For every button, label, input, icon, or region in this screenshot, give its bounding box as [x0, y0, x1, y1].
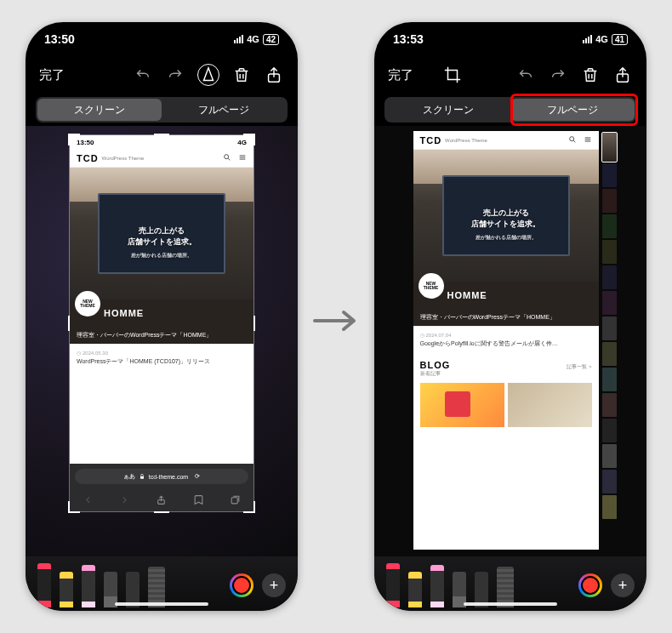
add-shape-button[interactable]: +: [611, 573, 635, 597]
signal-bars-icon: [583, 35, 592, 43]
hero-headline-1: 売上の上がる: [128, 225, 196, 237]
undo-icon[interactable]: [133, 65, 153, 85]
page-thumb[interactable]: [602, 240, 617, 264]
page-thumb[interactable]: [602, 214, 617, 238]
editor-canvas[interactable]: TCD WordPress Theme 売上の上がる 店舗サイトを追求。 差が魅…: [374, 126, 646, 556]
page-thumb[interactable]: [602, 291, 617, 315]
page-thumbnail-strip[interactable]: [602, 131, 617, 550]
status-time: 13:50: [44, 32, 75, 46]
fullpage-capture: TCD WordPress Theme 売上の上がる 店舗サイトを追求。 差が魅…: [413, 131, 599, 550]
theme-name: HOMME: [447, 290, 487, 300]
trash-icon[interactable]: [231, 65, 252, 85]
svg-point-1: [225, 154, 229, 158]
editor-canvas[interactable]: 13:50 4G TCD WordPress Theme 売上の上がる: [26, 126, 298, 556]
pencil-tool[interactable]: [430, 565, 444, 607]
clock-icon: ◷: [420, 332, 424, 338]
article-title: GoogleからPolyfill.ioに関する警告メールが届く件…: [420, 339, 592, 348]
blog-thumbnails: [420, 383, 592, 427]
theme-name: HOMME: [104, 308, 144, 318]
page-thumb[interactable]: [602, 419, 617, 442]
tab-fullpage[interactable]: フルページ: [510, 99, 635, 121]
share-icon[interactable]: [612, 65, 633, 85]
editor-toolbar: 完了: [26, 56, 298, 94]
page-thumb[interactable]: [602, 342, 617, 366]
lock-icon: [139, 473, 145, 481]
page-thumb[interactable]: [602, 133, 617, 162]
hero-headline-1: 売上の上がる: [471, 208, 540, 220]
highlighter-tool[interactable]: [408, 572, 422, 607]
bookmarks-icon: [193, 494, 204, 507]
reload-icon: ⟳: [195, 473, 200, 480]
mini-status-time: 13:50: [77, 139, 94, 146]
site-logo: TCD: [77, 153, 99, 163]
article-date: 2024.05.30: [83, 351, 108, 356]
page-thumb[interactable]: [602, 316, 617, 340]
crop-icon[interactable]: [442, 65, 463, 85]
new-theme-badge: NEWTHEME: [75, 291, 100, 316]
undo-icon[interactable]: [515, 65, 536, 85]
page-thumb[interactable]: [602, 163, 617, 187]
tab-screen[interactable]: スクリーン: [386, 99, 510, 121]
add-shape-button[interactable]: +: [262, 573, 286, 597]
theme-band: NEWTHEME HOMME: [70, 299, 253, 327]
pen-tool[interactable]: [37, 563, 51, 607]
highlighter-tool[interactable]: [60, 572, 73, 607]
status-time: 13:53: [393, 32, 424, 46]
blog-heading: BLOG: [420, 360, 451, 370]
clock-icon: ◷: [77, 350, 81, 356]
signal-bars-icon: [234, 35, 243, 43]
redo-icon[interactable]: [548, 65, 568, 85]
tab-fullpage[interactable]: フルページ: [162, 99, 286, 121]
article-date: 2024.07.04: [426, 333, 452, 338]
page-thumb[interactable]: [602, 265, 617, 289]
color-picker-button[interactable]: [578, 573, 602, 597]
menu-icon: [238, 153, 247, 163]
markup-pen-icon[interactable]: [197, 64, 219, 86]
svg-point-6: [569, 136, 573, 140]
share-small-icon: [156, 494, 167, 507]
network-label: 4G: [247, 34, 259, 44]
mini-status-net: 4G: [237, 139, 247, 146]
search-icon: [568, 135, 577, 145]
share-icon[interactable]: [264, 65, 284, 85]
ruler-tool[interactable]: [148, 567, 165, 607]
trash-icon[interactable]: [580, 65, 601, 85]
done-button[interactable]: 完了: [39, 67, 65, 83]
hero-section: 売上の上がる 店舗サイトを追求。 差が魅かれる店舗の場所。: [413, 150, 599, 282]
theme-band: NEWTHEME HOMME: [413, 282, 599, 309]
page-thumb[interactable]: [602, 393, 617, 417]
home-indicator[interactable]: [464, 602, 557, 606]
blog-more-link: 記事一覧 >: [567, 363, 591, 371]
page-thumb[interactable]: [602, 444, 617, 468]
blog-section: BLOG 新着記事 記事一覧 >: [413, 353, 599, 434]
pencil-tool[interactable]: [82, 565, 95, 607]
tab-screen[interactable]: スクリーン: [37, 99, 162, 121]
arrow-right-icon: [313, 308, 359, 337]
page-thumb[interactable]: [602, 470, 617, 493]
hero-headline-2: 店舗サイトを追求。: [128, 237, 196, 248]
theme-description: 理容室・バーバーのWordPressテーマ「HOMME」: [413, 309, 599, 326]
back-icon: [83, 494, 94, 507]
safari-address-bar: ぁあ tcd-theme.com ⟳: [70, 464, 253, 489]
article-item: ◷2024.07.04 GoogleからPolyfill.ioに関する警告メール…: [413, 326, 599, 353]
done-button[interactable]: 完了: [388, 67, 413, 83]
pen-tool[interactable]: [386, 563, 400, 607]
battery-icon: 41: [612, 34, 628, 45]
color-picker-button[interactable]: [230, 573, 253, 597]
site-logo: TCD: [420, 135, 442, 145]
hero-subtext: 差が魅かれる店舗の場所。: [471, 234, 540, 242]
capture-mode-segmented[interactable]: スクリーン フルページ: [384, 97, 636, 123]
page-thumb[interactable]: [602, 189, 617, 213]
phone-left-screenshot-editor: 13:50 4G 42 完了 スクリーン フルページ: [26, 22, 298, 611]
hero-subtext: 差が魅かれる店舗の場所。: [128, 252, 196, 259]
crop-frame[interactable]: 13:50 4G TCD WordPress Theme 売上の上がる: [69, 134, 254, 512]
capture-mode-segmented[interactable]: スクリーン フルページ: [36, 97, 288, 123]
svg-rect-4: [231, 497, 237, 503]
page-thumb[interactable]: [602, 368, 617, 391]
page-thumb[interactable]: [602, 495, 617, 519]
text-size-button: ぁあ: [123, 472, 135, 481]
battery-icon: 42: [263, 34, 279, 45]
redo-icon[interactable]: [165, 65, 185, 85]
ruler-tool[interactable]: [497, 567, 514, 607]
home-indicator[interactable]: [115, 602, 208, 606]
